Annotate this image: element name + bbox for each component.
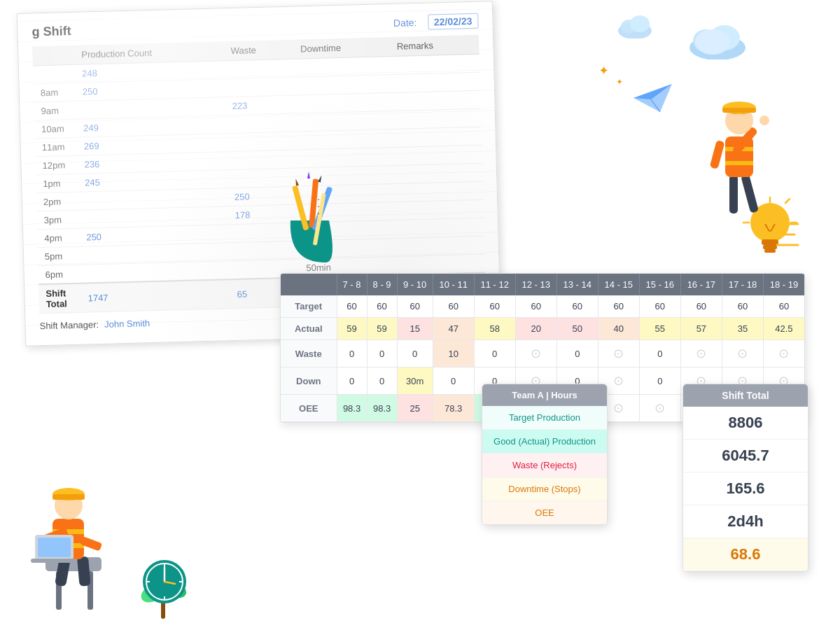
waste-cell: [225, 113, 295, 134]
svg-point-3: [695, 29, 730, 55]
waste-cell: [226, 132, 296, 152]
prod-cell: 60: [763, 295, 804, 318]
prod-cell: ⊙: [515, 340, 556, 368]
prod-cell: 0: [337, 368, 367, 395]
shift-total-value: 68.6: [683, 538, 808, 571]
svg-rect-46: [52, 494, 85, 500]
legend-header: Team A | Hours: [482, 384, 607, 406]
svg-rect-25: [710, 140, 725, 169]
svg-rect-29: [722, 108, 756, 113]
manager-label: Shift Manager:: [39, 319, 99, 331]
worker-sitting: [21, 473, 133, 616]
shift-title: g Shift: [31, 24, 71, 39]
col-time: [32, 46, 75, 66]
prod-data-row: Actual595915475820504055573542.5: [281, 318, 804, 340]
prod-cell: 58: [474, 318, 515, 340]
remarks-cell: [395, 236, 484, 256]
down-cell: [294, 75, 391, 96]
clock-decoration: [140, 557, 189, 609]
prod-header-row: 7 - 88 - 99 - 1010 - 1111 - 1212 - 1313 …: [281, 274, 804, 295]
svg-rect-23: [725, 161, 753, 165]
shift-date: Date: 22/02/23: [393, 15, 479, 28]
waste-cell: [224, 59, 294, 79]
remarks-cell: [391, 108, 481, 129]
prod-cell: 47: [433, 318, 474, 340]
shift-total-value: 8806: [683, 407, 808, 440]
prod-data-row: Target606060606060606060606060: [281, 295, 804, 318]
prod-cell: 60: [722, 295, 763, 318]
prod-cell: 25: [397, 395, 433, 422]
prod-col-header: 16 - 17: [680, 274, 722, 295]
legend-item: Good (Actual) Production: [482, 430, 607, 454]
legend-item: Target Production: [482, 406, 607, 430]
prod-col-header: 11 - 12: [474, 274, 515, 295]
prod-cell: 60: [680, 295, 722, 318]
waste-cell: [225, 77, 295, 97]
col-down: Downtime: [293, 37, 390, 59]
prod-cell: 20: [515, 318, 556, 340]
down-cell: [295, 111, 392, 132]
waste-cell: 223: [225, 95, 295, 115]
prod-col-header: 10 - 11: [433, 274, 474, 295]
time-cell: 5pm: [38, 246, 80, 266]
prod-cell: 60: [515, 295, 556, 318]
svg-rect-41: [38, 538, 71, 557]
prod-cell: 59: [367, 318, 397, 340]
waste-cell: [226, 150, 296, 170]
remarks-cell: [391, 72, 480, 92]
sparkle-1: ✦: [598, 63, 609, 78]
down-cell: [294, 57, 391, 78]
shift-total-value: 6045.7: [683, 440, 808, 472]
svg-point-6: [630, 15, 650, 32]
prod-cell: 60: [337, 295, 367, 318]
time-cell: 3pm: [36, 210, 79, 230]
svg-rect-42: [31, 559, 76, 563]
prod-cell: 35: [722, 318, 763, 340]
prod-col-header: 8 - 9: [367, 274, 397, 295]
time-cell: 6pm: [38, 265, 80, 284]
col-waste: Waste: [223, 40, 293, 61]
time-cell: 8am: [34, 83, 76, 102]
remarks-cell: [396, 254, 485, 275]
remarks-cell: [393, 181, 483, 202]
cloud-decoration-2: [616, 14, 658, 41]
prod-cell: 60: [474, 295, 515, 318]
prod-cell: 59: [337, 318, 367, 340]
prod-cell: 50: [556, 318, 598, 340]
remarks-cell: [393, 163, 482, 183]
svg-marker-50: [294, 178, 298, 186]
prod-cell: 10: [433, 340, 474, 368]
prod-cell: 78.3: [433, 395, 474, 422]
prod-cell: 42.5: [763, 318, 804, 340]
cloud-decoration-1: [686, 21, 749, 62]
time-cell: 2pm: [36, 192, 79, 211]
time-cell: 11am: [35, 137, 78, 157]
legend-item: Waste (Rejects): [482, 454, 607, 477]
time-cell: 9am: [34, 101, 76, 120]
prod-col-header: 15 - 16: [639, 274, 680, 295]
prod-cell: ⊙: [639, 395, 680, 422]
prod-cell: ⊙: [763, 340, 804, 368]
prod-cell: 0: [433, 368, 474, 395]
prod-col-header: 9 - 10: [397, 274, 433, 295]
shift-total-value: 2d4h: [683, 505, 808, 538]
legend-item: Downtime (Stops): [482, 477, 607, 501]
prod-cell: 57: [680, 318, 722, 340]
prod-cell: 55: [639, 318, 680, 340]
worker-standing: [700, 84, 777, 227]
prod-cell: 0: [639, 368, 680, 395]
prod-cell: 60: [367, 295, 397, 318]
prod-col-header: 18 - 19: [763, 274, 804, 295]
prod-cell: 0: [556, 340, 598, 368]
dash-decoration-1: [774, 220, 802, 251]
prod-row-label: Waste: [281, 340, 337, 368]
prod-cell: 0: [337, 340, 367, 368]
prod-cell: ⊙: [598, 340, 639, 368]
date-label: Date:: [393, 17, 417, 29]
remarks-cell: [394, 218, 484, 238]
down-cell: [296, 147, 393, 168]
shift-total-header: Shift Total: [683, 384, 808, 407]
prod-col-header: 17 - 18: [722, 274, 763, 295]
prod-cell: 30m: [397, 368, 433, 395]
prod-cell: 60: [639, 295, 680, 318]
